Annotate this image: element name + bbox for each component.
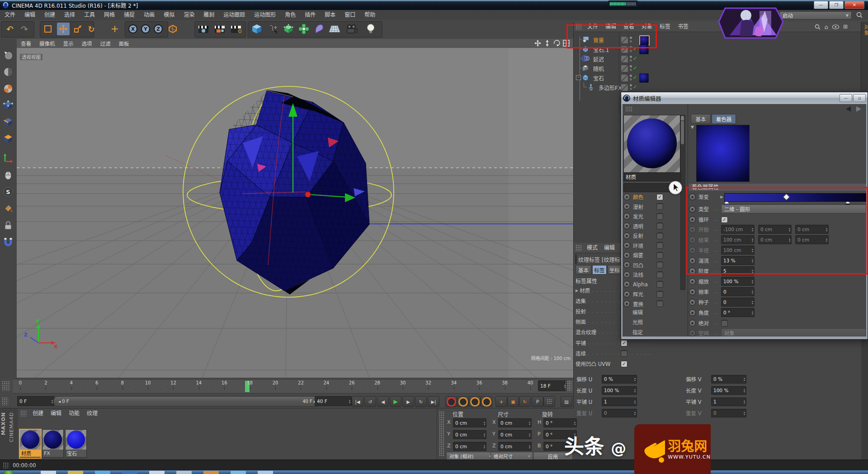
- visibility-toggle[interactable]: [621, 46, 628, 53]
- nav-back-icon[interactable]: [844, 106, 852, 112]
- enabled-check-icon[interactable]: ✓: [633, 55, 637, 62]
- taskbar-app-icon-7[interactable]: [231, 471, 246, 474]
- checkbox[interactable]: ✓: [621, 360, 627, 367]
- timeline-grip[interactable]: [2, 381, 10, 391]
- shader-field[interactable]: 0▴▾: [721, 298, 755, 307]
- menubar-item-2[interactable]: 创建: [40, 10, 60, 20]
- menubar-item-15[interactable]: 脚本: [320, 10, 340, 20]
- channel-radio[interactable]: [623, 232, 630, 239]
- move-tool[interactable]: [57, 23, 70, 35]
- convert-to-editable-icon[interactable]: [2, 49, 14, 62]
- spinner-arrows-icon[interactable]: ▴▾: [752, 298, 753, 306]
- attribute-row-材质[interactable]: ▶材质. . . . . . . . . . . . . . .: [576, 286, 622, 294]
- add-floor-environment-button[interactable]: [328, 23, 341, 35]
- spinner-arrows-icon[interactable]: ▴▾: [789, 225, 790, 233]
- visibility-toggle[interactable]: [621, 65, 628, 72]
- channel-checkbox[interactable]: [656, 281, 663, 288]
- material-name-field[interactable]: 材质: [623, 172, 681, 181]
- channel-row-透明[interactable]: 透明: [623, 222, 688, 231]
- material-layer-combo[interactable]: [623, 183, 674, 192]
- expander-icon[interactable]: ▶: [721, 195, 723, 199]
- minimize-button[interactable]: —: [814, 1, 828, 9]
- om-menu-item-4[interactable]: 标签: [656, 22, 674, 32]
- loop-mode-button[interactable]: ↻: [415, 396, 427, 407]
- taskbar-app-icon-2[interactable]: [95, 471, 110, 474]
- shader-radio[interactable]: [689, 237, 696, 243]
- viewport-toggle-icon[interactable]: [563, 40, 570, 48]
- shader-radio[interactable]: [689, 216, 696, 223]
- channel-checkbox[interactable]: [656, 291, 663, 298]
- nav-forward-icon[interactable]: [855, 106, 863, 112]
- add-spline-pen-button[interactable]: +: [267, 23, 279, 35]
- channel-radio[interactable]: [623, 252, 630, 259]
- material-tile-宝石[interactable]: 宝石: [65, 429, 87, 458]
- go-to-end-button[interactable]: ▶|: [428, 396, 439, 407]
- shader-checkbox[interactable]: [721, 320, 728, 327]
- menubar-item-8[interactable]: 模拟: [159, 10, 179, 20]
- coord-field-position-Z[interactable]: 0 cm▴▾: [453, 442, 486, 451]
- attribute-row-侧面[interactable]: 侧面. . . . . . . . . . . . . . .: [576, 318, 622, 326]
- uv-field[interactable]: 0▴▾: [711, 409, 746, 417]
- shader-radio[interactable]: [689, 268, 696, 275]
- last-used-tool[interactable]: [108, 23, 121, 35]
- spinner-arrows-icon[interactable]: ▴▾: [744, 398, 745, 406]
- spinner-arrows-icon[interactable]: ▴▾: [826, 225, 827, 233]
- om-menu-item-1[interactable]: 编辑: [602, 22, 620, 32]
- coord-field-size-Z[interactable]: 0 cm▴▾: [498, 442, 532, 451]
- viewport-menu-item-0[interactable]: 查看: [17, 40, 35, 47]
- uv-field[interactable]: 100 %▴▾: [711, 386, 746, 395]
- render-view-button[interactable]: [197, 23, 210, 35]
- om-menu-item-5[interactable]: 书签: [674, 22, 692, 32]
- model-mode-icon[interactable]: [2, 66, 14, 78]
- shader-field[interactable]: 0 °▴▾: [721, 308, 755, 317]
- render-settings-button[interactable]: ⚙: [230, 23, 242, 35]
- section-label-光照[interactable]: 光照: [632, 318, 643, 326]
- spinner-arrows-icon[interactable]: ▴▾: [744, 387, 745, 394]
- channel-row-凹凸[interactable]: 凹凸: [623, 261, 688, 270]
- section-label-指定[interactable]: 指定: [632, 328, 643, 336]
- keyframe-scale-toggle[interactable]: [469, 396, 481, 407]
- visibility-toggle[interactable]: [621, 55, 628, 63]
- texture-mode-icon[interactable]: [2, 82, 14, 95]
- material-editor-titlebar[interactable]: 材质编辑器 — ▫: [621, 92, 868, 104]
- channel-row-Alpha[interactable]: Alpha: [623, 280, 688, 289]
- menubar-item-16[interactable]: 窗口: [340, 10, 360, 20]
- taskbar-app-icon-5[interactable]: [176, 471, 192, 474]
- enabled-check-icon[interactable]: ✓: [633, 74, 637, 81]
- menubar-item-11[interactable]: 运动跟踪: [219, 10, 250, 20]
- object-row-多边形FX[interactable]: fx多边形FX✓: [574, 82, 861, 92]
- polygon-mode-icon[interactable]: [2, 133, 14, 145]
- shader-dropdown-类型[interactable]: 二维 - 圆形: [721, 204, 866, 213]
- material-tag-chip[interactable]: [639, 73, 649, 83]
- menubar-item-3[interactable]: 选择: [60, 10, 80, 20]
- channel-checkbox[interactable]: [656, 213, 663, 220]
- x-axis-lock-button[interactable]: X: [127, 23, 139, 35]
- add-camera-button[interactable]: [345, 23, 358, 35]
- channel-radio[interactable]: [623, 203, 630, 210]
- spinner-arrows-icon[interactable]: ▴▾: [529, 442, 530, 450]
- attribute-row-混合纹理[interactable]: 混合纹理. . . . . . . . . . . . . . .: [576, 328, 622, 336]
- live-selection-tool[interactable]: [42, 23, 54, 35]
- coord-field-position-Y[interactable]: 0 cm▴▾: [453, 430, 486, 439]
- panel-grip[interactable]: [2, 397, 8, 405]
- scale-tool[interactable]: [71, 23, 84, 35]
- lock-icon[interactable]: [2, 219, 14, 232]
- menubar-item-0[interactable]: 文件: [0, 10, 20, 20]
- spinner-arrows-icon[interactable]: ▴▾: [752, 256, 753, 265]
- spinner-arrows-icon[interactable]: ▴▾: [484, 431, 485, 439]
- start-frame-field[interactable]: 0 F ▴▾: [17, 396, 54, 406]
- close-button[interactable]: ✕: [844, 1, 864, 9]
- object-name[interactable]: 背景: [593, 36, 604, 44]
- shader-radio[interactable]: [689, 299, 696, 306]
- attribute-row-投射[interactable]: 投射. . . . . . . . . . . . . . .: [576, 307, 622, 315]
- tab-objects-vertical[interactable]: 对象: [862, 24, 868, 36]
- channel-radio[interactable]: [623, 291, 630, 298]
- expander-icon[interactable]: −: [576, 75, 581, 80]
- coord-field-position-X[interactable]: 0 cm▴▾: [453, 418, 486, 427]
- uv-field[interactable]: 0 %▴▾: [602, 375, 637, 384]
- home-icon[interactable]: ⌂: [825, 24, 828, 30]
- spinner-arrows-icon[interactable]: ▴▾: [634, 375, 636, 383]
- shader-radio[interactable]: [689, 257, 696, 264]
- previous-key-button[interactable]: ↺: [364, 396, 376, 407]
- taskbar-app-icon-4[interactable]: [149, 471, 165, 474]
